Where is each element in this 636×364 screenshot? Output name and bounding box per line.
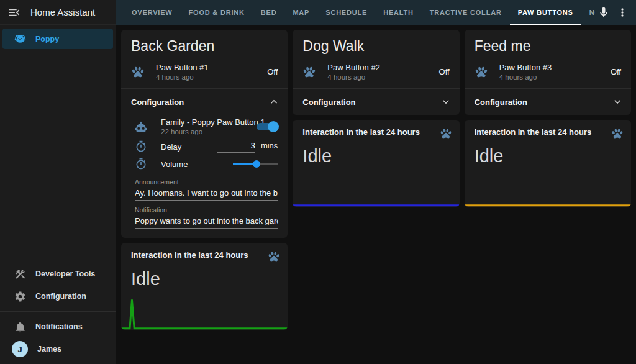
- sidebar-item-developer-tools[interactable]: Developer Tools: [0, 263, 116, 285]
- notification-label: Notification: [135, 206, 278, 214]
- paw-icon: [302, 65, 327, 79]
- interaction-title: Interaction in the last 24 hours: [302, 127, 420, 137]
- entity-last-changed: 4 hours ago: [327, 73, 438, 81]
- chevron-down-icon: [440, 96, 452, 108]
- interaction-state: Idle: [465, 140, 631, 166]
- configuration-expander[interactable]: Configuration: [465, 89, 631, 115]
- entity-state: Off: [611, 67, 621, 76]
- switch-last-changed: 22 hours ago: [161, 128, 257, 135]
- tab-schedule[interactable]: SCHEDULE: [317, 0, 375, 25]
- sidebar-item-notifications[interactable]: Notifications: [0, 316, 116, 338]
- sidebar-item-label: Configuration: [35, 292, 86, 301]
- robot-icon: [135, 121, 161, 133]
- sidebar-nav: Poppy: [0, 25, 116, 53]
- tab-health[interactable]: HEALTH: [375, 0, 422, 25]
- announcement-label: Announcement: [135, 178, 278, 186]
- top-app-bar: OVERVIEW FOOD & DRINK BED MAP SCHEDULE H…: [116, 0, 636, 25]
- entity-row-paw-button-3[interactable]: Paw Button #3 4 hours ago Off: [465, 57, 631, 85]
- delay-label: Delay: [161, 142, 217, 152]
- card-interaction-dog-walk: Interaction in the last 24 hours Idle: [293, 120, 459, 207]
- user-name: James: [37, 345, 61, 353]
- announcement-field[interactable]: Announcement Ay. Hoomans. I want to go o…: [135, 178, 278, 201]
- entity-name: Paw Button #1: [156, 63, 267, 72]
- tab-overview[interactable]: OVERVIEW: [124, 0, 181, 25]
- gear-icon: [14, 291, 26, 303]
- config-row-volume: Volume: [121, 155, 288, 173]
- main-area: OVERVIEW FOOD & DRINK BED MAP SCHEDULE H…: [116, 0, 636, 364]
- sidebar-footer: Developer Tools Configuration Notificati…: [0, 260, 116, 364]
- configuration-label: Configuration: [131, 98, 184, 107]
- paw-icon: [268, 250, 280, 263]
- tab-food-drink[interactable]: FOOD & DRINK: [181, 0, 253, 25]
- configuration-expander[interactable]: Configuration: [293, 89, 459, 115]
- home-assistant-app: Home Assistant Poppy Developer Tools Con…: [0, 0, 636, 364]
- card-feed-me: Feed me Paw Button #3 4 hours ago Off Co…: [465, 30, 631, 115]
- timer-icon: [135, 158, 161, 170]
- notification-field[interactable]: Notification Poppy wants to go out into …: [135, 206, 278, 229]
- tab-map[interactable]: MAP: [284, 0, 317, 25]
- bell-icon: [14, 321, 26, 333]
- paw-icon: [611, 127, 624, 140]
- sidebar-header: Home Assistant: [0, 0, 116, 25]
- sidebar-spacer: [0, 53, 116, 260]
- history-sparkline: [293, 173, 459, 207]
- card-interaction-feed-me: Interaction in the last 24 hours Idle: [465, 120, 631, 207]
- toggle-thumb: [268, 121, 279, 132]
- sidebar-item-configuration[interactable]: Configuration: [0, 285, 116, 307]
- sidebar-divider: [0, 311, 116, 312]
- entity-row-paw-button-1[interactable]: Paw Button #1 4 hours ago Off: [121, 57, 288, 85]
- column-1: Back Garden Paw Button #1 4 hours ago Of…: [121, 30, 288, 330]
- family-switch-toggle[interactable]: [257, 123, 278, 130]
- card-title: Dog Walk: [293, 30, 459, 57]
- delay-input-group: 3 mins: [217, 141, 278, 153]
- dog-icon: [14, 33, 26, 45]
- config-row-family-switch[interactable]: Family - Poppy Paw Button 1 22 hours ago: [121, 115, 288, 138]
- card-title: Back Garden: [121, 30, 288, 57]
- entity-row-paw-button-2[interactable]: Paw Button #2 4 hours ago Off: [293, 57, 459, 85]
- configuration-expander[interactable]: Configuration: [121, 89, 288, 115]
- delay-input[interactable]: 3: [217, 141, 255, 153]
- avatar: J: [12, 341, 28, 357]
- sidebar-item-poppy[interactable]: Poppy: [2, 29, 113, 49]
- entity-info: Paw Button #1 4 hours ago: [156, 63, 267, 81]
- entity-last-changed: 4 hours ago: [499, 73, 611, 81]
- card-dog-walk: Dog Walk Paw Button #2 4 hours ago Off C…: [293, 30, 459, 115]
- entity-name: Paw Button #3: [499, 63, 611, 72]
- tab-paw-buttons[interactable]: PAW BUTTONS: [510, 0, 581, 25]
- sidebar-item-label: Developer Tools: [35, 270, 95, 278]
- dashboard-tabs: OVERVIEW FOOD & DRINK BED MAP SCHEDULE H…: [124, 0, 595, 25]
- interaction-title: Interaction in the last 24 hours: [475, 127, 592, 137]
- notification-input[interactable]: Poppy wants to go out into the back gard…: [135, 216, 278, 229]
- tab-tractive-collar[interactable]: TRACTIVE COLLAR: [422, 0, 510, 25]
- column-2: Dog Walk Paw Button #2 4 hours ago Off C…: [293, 30, 459, 207]
- paw-icon: [131, 65, 156, 79]
- paw-icon: [440, 127, 452, 140]
- announcement-input[interactable]: Ay. Hoomans. I want to go out into the b…: [135, 188, 278, 201]
- overflow-menu-icon[interactable]: [616, 6, 629, 19]
- hammer-icon: [14, 268, 26, 280]
- chevron-up-icon: [268, 96, 280, 108]
- tab-bed[interactable]: BED: [253, 0, 285, 25]
- sidebar-item-user-james[interactable]: J James: [0, 338, 116, 360]
- entity-state: Off: [267, 67, 278, 76]
- card-back-garden: Back Garden Paw Button #1 4 hours ago Of…: [121, 30, 288, 238]
- menu-toggle-icon[interactable]: [7, 6, 21, 19]
- history-sparkline: [121, 296, 288, 330]
- volume-label: Volume: [161, 160, 233, 169]
- microphone-icon[interactable]: [597, 6, 610, 19]
- paw-icon: [475, 65, 499, 79]
- delay-unit: mins: [261, 141, 278, 150]
- app-title: Home Assistant: [30, 7, 95, 17]
- volume-slider-thumb[interactable]: [253, 160, 260, 168]
- tab-notifications[interactable]: NOTIFICATIONS: [581, 0, 595, 25]
- history-sparkline: [465, 173, 631, 207]
- volume-slider[interactable]: [233, 160, 278, 168]
- entity-name: Paw Button #2: [327, 63, 438, 72]
- entity-state: Off: [439, 67, 450, 76]
- card-title: Feed me: [465, 30, 631, 57]
- configuration-label: Configuration: [475, 98, 527, 107]
- config-text: Family - Poppy Paw Button 1 22 hours ago: [161, 117, 257, 135]
- timer-icon: [135, 140, 161, 153]
- sidebar-item-label: Poppy: [35, 35, 59, 43]
- chevron-down-icon: [611, 96, 624, 108]
